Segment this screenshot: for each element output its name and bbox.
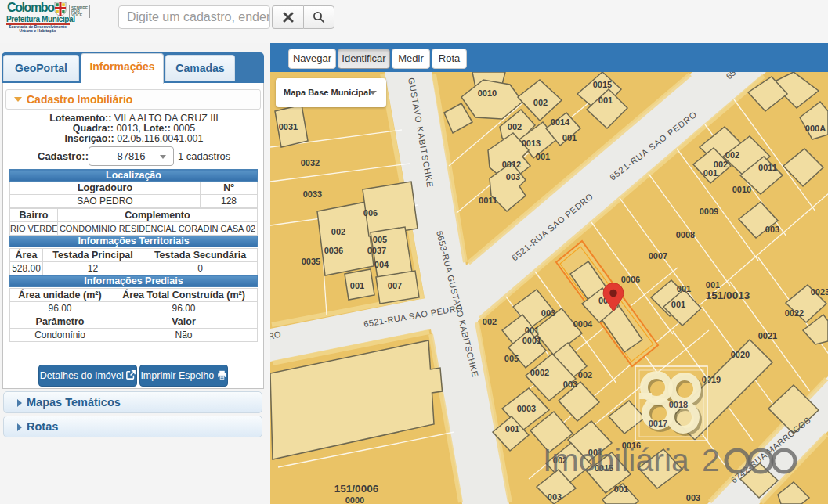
svg-text:0018: 0018 bbox=[669, 400, 688, 409]
svg-text:003: 003 bbox=[506, 172, 520, 182]
svg-text:001: 001 bbox=[598, 95, 613, 105]
svg-text:0037: 0037 bbox=[367, 246, 386, 255]
svg-text:005: 005 bbox=[504, 354, 519, 363]
svg-text:001: 001 bbox=[671, 300, 685, 309]
svg-text:Imobiliária: Imobiliária bbox=[543, 442, 689, 478]
svg-text:0011: 0011 bbox=[758, 163, 777, 172]
svg-text:003: 003 bbox=[686, 493, 700, 502]
svg-text:0004: 0004 bbox=[573, 319, 593, 329]
svg-text:151/0006: 151/0006 bbox=[334, 483, 379, 495]
svg-text:007: 007 bbox=[388, 281, 402, 290]
svg-text:002: 002 bbox=[508, 122, 522, 131]
svg-text:0035: 0035 bbox=[302, 257, 320, 266]
svg-text:0015: 0015 bbox=[593, 80, 612, 89]
svg-text:0001: 0001 bbox=[522, 336, 541, 345]
svg-text:002: 002 bbox=[578, 370, 592, 380]
svg-text:0000: 0000 bbox=[345, 495, 364, 504]
svg-text:001: 001 bbox=[536, 152, 550, 161]
svg-text:004: 004 bbox=[374, 260, 389, 269]
svg-text:0009: 0009 bbox=[700, 207, 718, 216]
svg-text:0036: 0036 bbox=[324, 246, 343, 255]
svg-text:0017: 0017 bbox=[649, 419, 667, 428]
svg-text:0019: 0019 bbox=[702, 375, 721, 384]
svg-text:002: 002 bbox=[533, 98, 548, 107]
svg-text:001: 001 bbox=[706, 280, 720, 290]
svg-text:2: 2 bbox=[702, 442, 720, 478]
svg-text:0010: 0010 bbox=[478, 88, 497, 98]
svg-text:002: 002 bbox=[483, 317, 497, 326]
svg-text:005: 005 bbox=[373, 235, 387, 244]
svg-text:0003: 0003 bbox=[517, 404, 536, 413]
svg-text:006: 006 bbox=[363, 208, 378, 218]
svg-text:002: 002 bbox=[725, 150, 739, 160]
svg-text:0020: 0020 bbox=[731, 350, 750, 359]
svg-text:001: 001 bbox=[350, 281, 364, 290]
svg-text:0002: 0002 bbox=[530, 368, 549, 377]
svg-text:0012: 0012 bbox=[502, 160, 521, 169]
svg-text:001: 001 bbox=[562, 133, 577, 142]
svg-text:001: 001 bbox=[525, 326, 539, 335]
svg-text:001: 001 bbox=[505, 424, 519, 434]
svg-text:0007: 0007 bbox=[649, 251, 667, 261]
svg-text:0011: 0011 bbox=[479, 196, 497, 205]
svg-text:0014: 0014 bbox=[551, 117, 570, 127]
svg-text:0006: 0006 bbox=[621, 275, 640, 284]
svg-text:0033: 0033 bbox=[303, 189, 322, 199]
svg-text:0013: 0013 bbox=[522, 139, 541, 148]
svg-text:0021: 0021 bbox=[758, 331, 777, 340]
svg-text:0032: 0032 bbox=[301, 158, 320, 167]
svg-text:003: 003 bbox=[563, 380, 577, 389]
svg-text:000A: 000A bbox=[805, 124, 826, 133]
svg-text:0010: 0010 bbox=[732, 185, 751, 194]
svg-text:003: 003 bbox=[765, 225, 779, 234]
svg-text:001: 001 bbox=[677, 284, 691, 293]
svg-text:0008: 0008 bbox=[676, 230, 695, 239]
svg-text:002: 002 bbox=[331, 227, 345, 236]
svg-text:0023: 0023 bbox=[811, 287, 828, 297]
svg-text:003: 003 bbox=[541, 308, 555, 318]
svg-text:001: 001 bbox=[614, 484, 628, 494]
svg-text:0022: 0022 bbox=[785, 308, 804, 318]
svg-text:003: 003 bbox=[548, 492, 562, 502]
svg-text:0031: 0031 bbox=[279, 122, 298, 131]
svg-text:001: 001 bbox=[703, 168, 718, 178]
svg-text:151/0013: 151/0013 bbox=[706, 290, 750, 301]
